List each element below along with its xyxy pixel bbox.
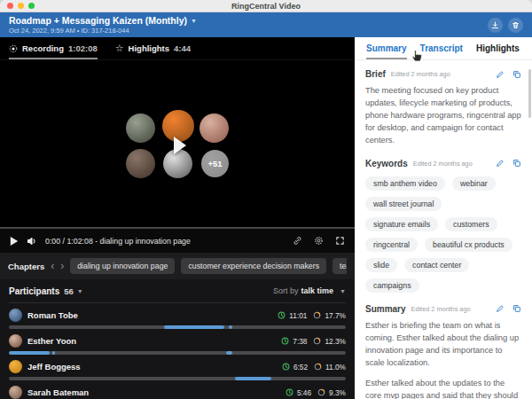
talk-time-bar[interactable] <box>9 377 346 380</box>
player-controls: 0:00 / 1:02:08 - dialing up innovation p… <box>0 229 355 253</box>
talk-time-bar[interactable] <box>9 351 346 355</box>
titlebar: RingCentral Video <box>0 0 532 12</box>
summary-section-header: Summary Edited 2 months ago <box>365 304 521 314</box>
chapters-prev-icon[interactable]: ‹ <box>51 261 54 271</box>
fullscreen-icon[interactable] <box>335 236 345 246</box>
sort-control[interactable]: Sort by talk time ▼ <box>273 286 346 295</box>
talk-percent-icon <box>314 363 322 371</box>
record-icon <box>9 44 18 53</box>
chapter-chip[interactable]: team shout outs <box>332 258 347 274</box>
copy-icon[interactable] <box>512 159 521 168</box>
talk-time-value: 5:46 <box>297 388 311 397</box>
edit-icon[interactable] <box>496 70 505 79</box>
mouse-cursor <box>411 49 423 62</box>
copy-icon[interactable] <box>512 304 521 313</box>
keyword-chip[interactable]: contact center <box>404 258 469 272</box>
participant-row[interactable]: Jeff Boggess 6:52 11.0% <box>9 360 346 380</box>
window-title: RingCentral Video <box>0 2 532 11</box>
summary-paragraph: Esther talked about the updates to the c… <box>365 378 521 399</box>
talk-time-value: 6:52 <box>293 363 308 372</box>
tab-transcript[interactable]: Transcript <box>420 37 463 59</box>
participant-name: Jeff Boggess <box>27 362 81 372</box>
player-right-controls <box>293 236 345 246</box>
main-area: Recording 1:02:08 ☆ Highlights 4:44 +51 … <box>0 37 532 399</box>
recording-duration: 1:02:08 <box>68 43 98 53</box>
participant-avatar <box>9 386 22 399</box>
participants-label: Participants <box>9 286 59 296</box>
chapter-chip[interactable]: dialing up innovation page <box>70 258 175 274</box>
video-tabs: Recording 1:02:08 ☆ Highlights 4:44 <box>0 37 355 60</box>
chapters-next-icon[interactable]: › <box>60 261 64 271</box>
talk-time-segment <box>9 351 50 355</box>
participant-avatar <box>9 334 22 348</box>
summary-edited-label: Edited 2 months ago <box>411 305 471 313</box>
volume-icon[interactable] <box>27 236 37 246</box>
participants-header: Participants 56 ▼ Sort by talk time ▼ <box>9 279 346 302</box>
attendee-avatar <box>126 113 155 143</box>
keyword-chip[interactable]: signature emails <box>365 217 438 231</box>
tab-summary[interactable]: Summary <box>366 37 407 59</box>
summary-section: Summary Edited 2 months ago Esther is br… <box>365 304 521 399</box>
delete-button[interactable] <box>508 18 523 33</box>
participant-row-main: Roman Tobe 11:01 17.7% <box>9 309 346 322</box>
settings-gear-icon[interactable] <box>314 236 324 246</box>
talk-time-segment <box>226 351 232 355</box>
keyword-chip[interactable]: smb anthem video <box>365 176 445 191</box>
participant-avatar <box>9 360 22 373</box>
talk-time-bar[interactable] <box>9 325 346 329</box>
edit-icon[interactable] <box>496 159 505 168</box>
talk-percent-value: 11.0% <box>325 363 346 372</box>
meeting-header-text: Roadmap + Messaging Kaizen (Monthly) ▼ O… <box>9 15 197 35</box>
play-button[interactable] <box>10 236 19 246</box>
keyword-chip[interactable]: wall street journal <box>365 197 442 211</box>
download-button[interactable] <box>488 18 503 33</box>
chevron-down-icon: ▼ <box>191 18 197 24</box>
video-stage[interactable]: +51 <box>0 60 355 227</box>
participant-row-main: Jeff Boggess 6:52 11.0% <box>9 360 346 373</box>
keywords-section-header: Keywords Edited 2 months ago <box>365 159 521 168</box>
keyword-chip[interactable]: customers <box>445 217 497 231</box>
talk-time-value: 7:38 <box>293 337 307 346</box>
keywords-section: Keywords Edited 2 months ago smb anthem … <box>365 159 521 293</box>
overflow-count-label: +51 <box>207 159 222 168</box>
highlights-duration: 4:44 <box>174 43 191 53</box>
participant-row[interactable]: Esther Yoon 7:38 12.3% <box>9 334 346 355</box>
participant-stats: 7:38 12.3% <box>281 337 346 346</box>
chapter-chip[interactable]: customer experience decision makers <box>181 258 326 274</box>
sort-value: talk time <box>301 286 334 295</box>
talk-time-icon <box>282 363 290 371</box>
tab-recording[interactable]: Recording 1:02:08 <box>9 37 98 59</box>
talk-time-segment <box>235 377 272 380</box>
participant-row[interactable]: Sarah Bateman 5:46 9.3% <box>9 386 346 399</box>
play-overlay-icon[interactable] <box>172 135 188 156</box>
copy-icon[interactable] <box>512 70 521 79</box>
participant-stats: 11:01 17.7% <box>278 311 346 320</box>
keyword-chip[interactable]: webinar <box>452 176 496 191</box>
tab-highlights-video[interactable]: ☆ Highlights 4:44 <box>115 37 191 59</box>
participant-row[interactable]: Roman Tobe 11:01 17.7% <box>9 309 346 329</box>
participant-stats: 5:46 9.3% <box>286 388 346 397</box>
talk-percent-value: 17.7% <box>325 311 346 320</box>
brief-edited-label: Edited 2 months ago <box>391 70 450 78</box>
scrollbar[interactable] <box>528 69 531 118</box>
keyword-chip[interactable]: beautiful cx products <box>425 238 512 252</box>
meeting-title: Roadmap + Messaging Kaizen (Monthly) <box>9 15 187 26</box>
tab-highlights[interactable]: Highlights <box>476 37 520 59</box>
talk-time-segment <box>164 325 224 329</box>
talk-time-icon <box>281 337 289 345</box>
copy-link-icon[interactable] <box>293 236 302 246</box>
summary-paragraph: Esther is briefing the team on what is c… <box>365 320 521 370</box>
edit-icon[interactable] <box>496 304 505 313</box>
participant-avatar <box>9 309 22 322</box>
keyword-chip[interactable]: campaigns <box>365 278 419 293</box>
talk-percent-icon <box>317 388 325 396</box>
participants-chevron-icon[interactable]: ▼ <box>77 288 83 294</box>
attendee-avatar <box>200 113 229 143</box>
meeting-header: Roadmap + Messaging Kaizen (Monthly) ▼ O… <box>0 12 532 37</box>
download-icon <box>491 21 499 29</box>
keyword-chip[interactable]: slide <box>365 258 397 272</box>
meeting-title-row[interactable]: Roadmap + Messaging Kaizen (Monthly) ▼ <box>9 15 197 26</box>
participant-name: Roman Tobe <box>27 310 78 320</box>
keyword-chip[interactable]: ringcentral <box>365 238 418 252</box>
participant-name: Esther Yoon <box>27 336 76 346</box>
